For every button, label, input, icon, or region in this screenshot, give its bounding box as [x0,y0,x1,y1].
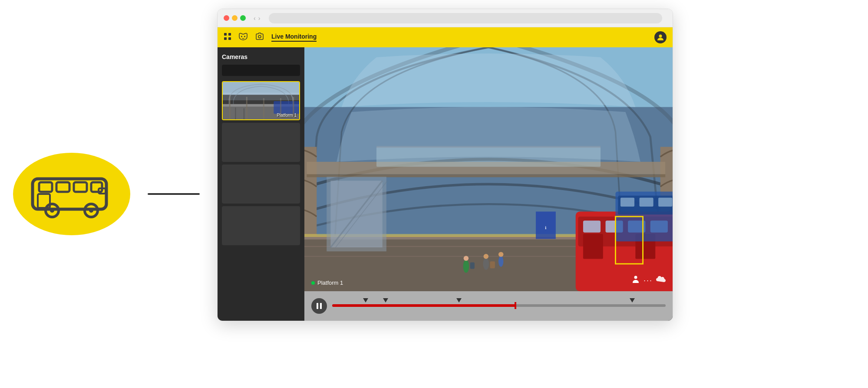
grid-icon[interactable] [224,33,231,43]
svg-rect-59 [490,261,495,268]
address-bar[interactable] [269,13,662,23]
svg-point-15 [241,36,242,37]
svg-rect-2 [56,182,69,192]
svg-point-57 [483,258,489,270]
camera-search-input[interactable] [222,65,300,76]
svg-rect-13 [224,37,227,40]
browser-nav: ‹ › [254,15,260,22]
svg-rect-12 [228,33,231,36]
svg-rect-46 [583,220,601,233]
svg-point-63 [464,256,469,261]
mask-icon[interactable] [238,33,248,43]
traffic-lights [224,15,246,21]
svg-rect-38 [376,146,601,148]
timeline-scrubber[interactable] [332,304,666,308]
svg-rect-55 [640,197,653,207]
person-icon[interactable] [631,275,640,286]
browser-chrome: ‹ › [218,9,673,27]
svg-rect-37 [376,147,601,167]
scrubber-head [515,302,516,309]
svg-point-17 [258,35,261,38]
svg-point-58 [484,254,488,259]
browser-window: ‹ › [217,9,673,321]
traffic-light-red[interactable] [224,15,229,21]
svg-rect-54 [620,197,634,207]
camera-sidebar: Cameras [218,47,304,321]
svg-rect-50 [583,234,603,259]
video-timeline[interactable] [304,291,673,321]
live-indicator [311,281,315,285]
cloud-icon[interactable] [656,276,666,285]
traffic-light-yellow[interactable] [232,15,238,21]
live-monitoring-tab[interactable]: Live Monitoring [271,33,317,42]
camera-1-label: Platform 1 [277,113,297,118]
dash-line [148,193,200,195]
nav-back[interactable]: ‹ [254,15,256,22]
app-body: Cameras [218,47,673,321]
left-section [0,0,213,388]
camera-thumbnail-4[interactable] [222,206,300,245]
svg-point-62 [463,260,469,273]
timeline-marker-1[interactable] [363,298,368,303]
svg-rect-1 [39,182,52,192]
video-action-buttons: ··· [631,275,666,286]
svg-point-60 [498,256,503,267]
svg-rect-14 [228,37,231,40]
svg-rect-73 [317,303,318,309]
more-options-dots[interactable]: ··· [644,276,653,285]
traffic-light-green[interactable] [240,15,246,21]
svg-rect-3 [74,182,87,192]
svg-rect-30 [223,92,299,100]
svg-rect-74 [320,303,322,309]
svg-rect-24 [274,101,299,114]
svg-rect-56 [658,197,672,207]
scrubber-track [332,304,666,307]
timeline-marker-4[interactable] [630,298,635,303]
user-avatar[interactable] [654,31,667,43]
svg-rect-11 [224,33,227,36]
timeline-marker-3[interactable] [456,298,462,303]
svg-rect-27 [263,98,264,119]
timeline-marker-2[interactable] [383,298,388,303]
svg-rect-4 [91,182,102,192]
svg-point-8 [50,208,54,213]
scrubber-progress [332,304,515,307]
bus-icon-wrapper [13,153,130,235]
nav-forward[interactable]: › [258,15,261,22]
svg-point-72 [634,276,637,279]
camera-thumbnail-1[interactable]: Platform 1 [222,81,300,120]
svg-point-61 [498,252,503,256]
pause-button[interactable] [311,298,327,314]
video-label-text: Platform 1 [317,279,343,286]
app-header: Live Monitoring [218,27,673,47]
camera-thumbnail-2[interactable] [222,123,300,162]
svg-point-9 [89,208,93,213]
camera-nav-icon[interactable] [255,33,264,43]
camera-thumbnail-3[interactable] [222,164,300,204]
station-video-frame: ℹ [304,47,673,291]
main-video-area: ℹ Platform 1 [304,47,673,321]
svg-rect-64 [470,262,475,269]
bus-icon [28,166,115,222]
bus-container [13,153,200,235]
svg-point-16 [244,36,245,37]
video-camera-label: Platform 1 [311,279,343,286]
svg-point-18 [659,35,662,38]
pause-icon [316,303,322,309]
sidebar-title: Cameras [222,53,300,60]
video-display[interactable]: ℹ Platform 1 [304,47,673,291]
